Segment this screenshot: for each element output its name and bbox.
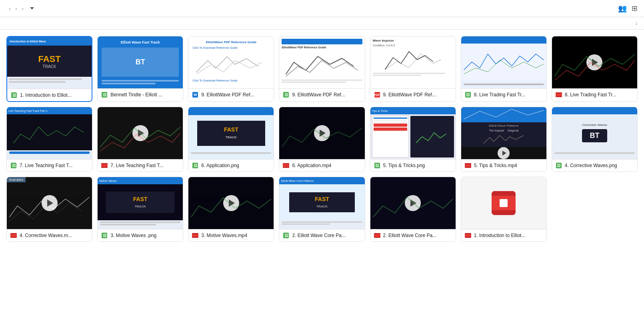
file-card[interactable]: Examples 4. Corrective Waves.m... (6, 177, 92, 242)
chevron-down-icon[interactable] (30, 7, 34, 10)
file-card[interactable]: Introduction to Elliott Wave FAST TRACK … (6, 36, 92, 102)
file-name: 5. Tips & Tricks.mp4 (474, 163, 517, 168)
file-card[interactable]: Elliott Wave Fast Track BT 🖼 Bennett Tin… (97, 36, 183, 102)
header-icons: 👥 ⊞ (618, 4, 638, 13)
file-footer: 🖼 9. ElliottWave PDF Ref... (279, 88, 364, 101)
file-name: 6. Application.png (201, 163, 239, 168)
file-thumbnail: ElliottWave PDF Reference Guide Click To… (188, 36, 274, 88)
file-type-icon (374, 232, 381, 239)
file-thumbnail: Elliott Wave Patterns The Impulse Diagon… (461, 107, 546, 159)
file-card[interactable]: 8. Live Trading Fast Tr... (552, 36, 638, 102)
file-footer: 🖼 5. Tips & Tricks.png (370, 159, 456, 171)
file-card[interactable]: 1. Introduction to Elliot... (461, 177, 547, 242)
file-card[interactable]: 6. Application.mp4 (279, 107, 365, 172)
sort-controls[interactable]: ↓ (632, 20, 638, 26)
file-footer: PDF 9. ElliottWave PDF Ref... (370, 88, 456, 101)
file-footer: 8. Live Trading Fast Tr... (552, 88, 637, 101)
file-footer: W 9. ElliottWave PDF Ref... (188, 88, 274, 101)
file-type-icon: 🖼 (10, 162, 17, 169)
file-thumbnail: Elliott Wave Core Patterns FASTTRACK (279, 177, 364, 229)
file-type-icon: 🖼 (374, 162, 381, 169)
file-name: 7. Live Teaching Fast T... (110, 163, 163, 168)
file-type-icon: 🖼 (101, 91, 108, 98)
file-card[interactable]: 2. Elliott Wave Core Pa... (370, 177, 456, 242)
file-thumbnail: ElliottWave PDF Reference Guide (279, 36, 364, 88)
file-footer: 1. Introduction to Elliot... (461, 229, 546, 241)
file-name: Bennett Tindle - Elliott ... (110, 92, 162, 98)
file-card[interactable]: ElliottWave PDF Reference Guide 🖼 9. Ell… (279, 36, 365, 102)
file-name: 2. Elliott Wave Core Pa... (383, 233, 437, 238)
file-thumbnail: Elliott Wave Fast Track BT (98, 36, 183, 88)
file-thumbnail: Live Teaching Fast Track Part 1 (7, 107, 92, 159)
file-thumbnail (279, 107, 364, 159)
file-card[interactable]: Wave Impulse Condition: 3,4,R,5 PDF 9. E… (370, 36, 456, 102)
file-name: 1. Introduction to Elliot... (20, 92, 72, 98)
file-thumbnail: Wave Impulse Condition: 3,4,R,5 (370, 36, 456, 88)
file-thumbnail: Introduction to Elliott Wave FAST TRACK (7, 37, 92, 89)
file-footer: 🖼 6. Application.png (188, 159, 274, 171)
breadcrumb-sep-3: › (22, 6, 24, 12)
file-thumbnail: Tips & Tricks (370, 107, 456, 159)
file-type-icon: 🖼 (464, 91, 472, 98)
file-type-icon: 🖼 (101, 232, 108, 239)
file-name: 1. Introduction to Elliot... (474, 233, 526, 238)
file-card[interactable]: Elliott Wave Patterns The Impulse Diagon… (461, 107, 547, 172)
file-type-icon: 🖼 (282, 232, 290, 239)
file-thumbnail (370, 177, 456, 229)
file-footer: 6. Application.mp4 (279, 159, 364, 171)
file-name: 9. ElliottWave PDF Ref... (383, 92, 436, 98)
file-thumbnail (461, 36, 546, 88)
file-footer: 2. Elliott Wave Core Pa... (370, 229, 456, 241)
file-card[interactable]: 🖼 8. Live Trading Fast Tr... (461, 36, 547, 102)
file-name: 4. Corrective Waves.png (565, 163, 617, 168)
breadcrumb-sep-2: › (15, 6, 17, 12)
file-card[interactable]: Live Teaching Fast Track Part 1 🖼 7. Liv… (6, 107, 92, 172)
file-type-icon: W (192, 91, 199, 98)
file-name: 4. Corrective Waves.m... (20, 233, 72, 238)
file-card[interactable]: 3. Motive Waves.mp4 (188, 177, 274, 242)
files-grid: Introduction to Elliott Wave FAST TRACK … (0, 30, 644, 248)
file-name: 5. Tips & Tricks.png (383, 163, 425, 168)
file-type-icon: 🖼 (10, 92, 18, 99)
file-name: 7. Live Teaching Fast T... (20, 163, 72, 168)
file-type-icon (464, 162, 472, 169)
breadcrumb-bar: › › › 👥 ⊞ (0, 0, 644, 17)
file-name: 6. Application.mp4 (292, 163, 331, 168)
file-type-icon: 🖼 (192, 162, 199, 169)
file-card[interactable]: Elliott Wave Core Patterns FASTTRACK 🖼 2… (279, 177, 365, 242)
file-type-icon: PDF (374, 91, 381, 98)
file-type-icon (10, 232, 17, 239)
share-icon[interactable]: 👥 (618, 4, 627, 13)
file-type-icon (192, 232, 199, 239)
file-footer: 🖼 Bennett Tindle - Elliott ... (98, 88, 183, 101)
file-card[interactable]: FASTTRACK 🖼 6. Application.png (188, 107, 274, 172)
file-footer: 4. Corrective Waves.m... (7, 229, 92, 241)
file-thumbnail (461, 177, 546, 229)
file-name: 3. Motive Waves .png (110, 233, 156, 238)
file-card[interactable]: 7. Live Teaching Fast T... (97, 107, 183, 172)
file-footer: 3. Motive Waves.mp4 (188, 229, 274, 241)
file-type-icon (555, 91, 562, 98)
breadcrumb-sep-1: › (9, 6, 10, 12)
file-name: 3. Motive Waves.mp4 (201, 233, 247, 238)
file-card[interactable]: ElliottWave PDF Reference Guide Click To… (188, 36, 274, 102)
file-name: 9. ElliottWave PDF Ref... (292, 92, 345, 98)
file-type-icon (282, 162, 290, 169)
file-name: 8. Live Trading Fast Tr... (565, 92, 616, 98)
file-card[interactable]: Motive Waves FASTTRACK 🖼 3. Motive Waves… (97, 177, 183, 242)
file-name: 8. Live Trading Fast Tr... (474, 92, 526, 98)
file-thumbnail: FASTTRACK (188, 107, 274, 159)
file-thumbnail (98, 107, 183, 159)
grid-view-icon[interactable]: ⊞ (632, 4, 638, 13)
toolbar: ↓ (0, 17, 644, 30)
sort-down-icon: ↓ (635, 20, 638, 26)
file-name: 9. ElliottWave PDF Ref... (201, 92, 254, 98)
file-card[interactable]: Tips & Tricks (370, 107, 456, 172)
file-footer: 🖼 1. Introduction to Elliot... (7, 89, 92, 101)
file-type-icon (101, 162, 108, 169)
file-type-icon: 🖼 (282, 91, 290, 98)
file-card[interactable]: Corrective Waves BT 🖼 4. Corrective Wave… (552, 107, 638, 172)
file-footer: 🖼 8. Live Trading Fast Tr... (461, 88, 546, 101)
file-type-icon (464, 232, 472, 239)
file-footer: 🖼 7. Live Teaching Fast T... (7, 159, 92, 171)
